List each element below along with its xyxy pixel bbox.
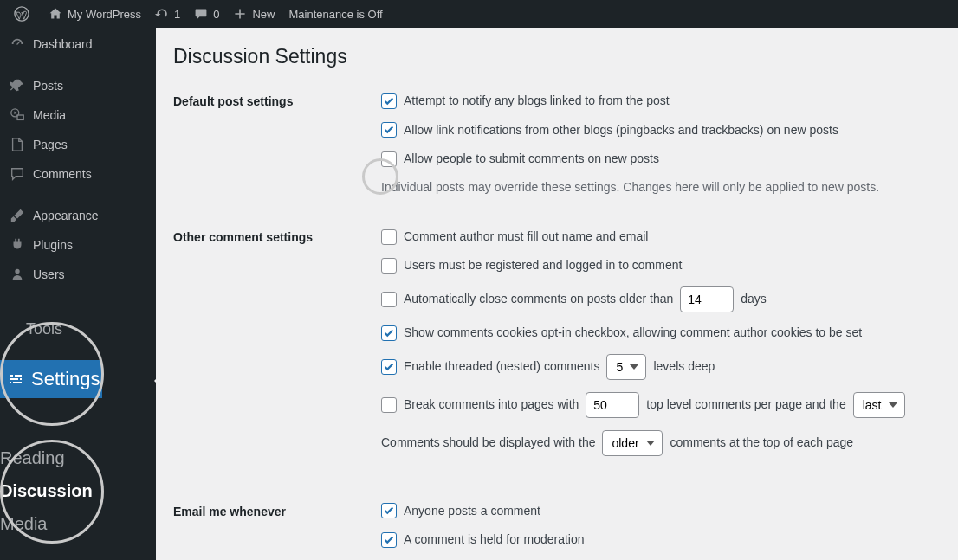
sidebar-item-label: Users bbox=[33, 267, 65, 281]
checkbox[interactable] bbox=[381, 229, 397, 245]
user-icon bbox=[9, 267, 26, 282]
sidebar-item-label: Dashboard bbox=[33, 37, 93, 51]
option-label: Show comments cookies opt-in checkbox, a… bbox=[404, 325, 862, 342]
checkbox[interactable] bbox=[381, 532, 397, 548]
option-label: Allow link notifications from other blog… bbox=[404, 122, 838, 139]
checkbox[interactable] bbox=[381, 258, 397, 274]
sidebar-item-dashboard[interactable]: Dashboard bbox=[0, 28, 156, 59]
comments-menu[interactable]: 0 bbox=[187, 0, 226, 28]
option-auto-close-comments[interactable]: Automatically close comments on posts ol… bbox=[381, 286, 941, 312]
new-content-menu[interactable]: New bbox=[226, 0, 282, 28]
checkbox[interactable] bbox=[381, 397, 397, 413]
option-cookies-optin[interactable]: Show comments cookies opt-in checkbox, a… bbox=[381, 325, 941, 342]
option-label-pre: Enable threaded (nested) comments bbox=[404, 358, 599, 376]
option-require-name-email[interactable]: Comment author must fill out name and em… bbox=[381, 229, 941, 246]
section-heading: Email me whenever bbox=[173, 503, 381, 518]
sidebar-item-media[interactable]: Media bbox=[0, 100, 156, 130]
comment-order-select[interactable]: older bbox=[602, 430, 663, 456]
option-notify-blogs[interactable]: Attempt to notify any blogs linked to fr… bbox=[381, 93, 941, 110]
section-heading: Other comment settings bbox=[173, 229, 381, 244]
sidebar-item-label: Comments bbox=[33, 167, 92, 181]
sidebar-item-pages[interactable]: Pages bbox=[0, 130, 156, 159]
plug-icon bbox=[9, 237, 26, 253]
submenu-item-media[interactable]: Media bbox=[0, 507, 93, 540]
option-require-registration[interactable]: Users must be registered and logged in t… bbox=[381, 257, 941, 274]
option-threaded-comments[interactable]: Enable threaded (nested) comments 5 leve… bbox=[381, 354, 941, 380]
checkbox[interactable] bbox=[381, 503, 397, 518]
sidebar-item-settings-magnified[interactable]: Settings bbox=[0, 360, 102, 398]
option-allow-pingbacks[interactable]: Allow link notifications from other blog… bbox=[381, 122, 941, 139]
section-default-post-settings: Default post settings Attempt to notify … bbox=[173, 93, 941, 194]
option-label: Comment author must fill out name and em… bbox=[404, 229, 648, 246]
brush-icon bbox=[9, 208, 26, 223]
option-label-pre: Break comments into pages with bbox=[404, 396, 579, 414]
sidebar-item-users[interactable]: Users bbox=[0, 260, 156, 289]
sidebar-item-label: Posts bbox=[33, 79, 63, 93]
sidebar-item-posts[interactable]: Posts bbox=[0, 71, 156, 100]
option-paginate-comments[interactable]: Break comments into pages with top level… bbox=[381, 392, 941, 418]
updates-count: 1 bbox=[174, 8, 180, 21]
close-comments-days-input[interactable] bbox=[680, 286, 734, 312]
sidebar-item-label: Settings bbox=[31, 368, 100, 390]
page-icon bbox=[9, 137, 26, 152]
site-name-menu[interactable]: My WordPress bbox=[42, 0, 148, 28]
page-title: Discussion Settings bbox=[173, 45, 941, 68]
sidebar-item-tools-magnified[interactable]: Tools bbox=[26, 320, 62, 338]
thread-depth-select[interactable]: 5 bbox=[606, 354, 646, 380]
option-label: Users must be registered and logged in t… bbox=[404, 257, 682, 274]
sidebar-item-appearance[interactable]: Appearance bbox=[0, 201, 156, 230]
pin-icon bbox=[9, 78, 26, 93]
comment-icon bbox=[9, 166, 26, 182]
option-label-post: levels deep bbox=[653, 358, 715, 376]
sidebar-item-comments[interactable]: Comments bbox=[0, 159, 156, 189]
main-content: Discussion Settings Default post setting… bbox=[156, 28, 958, 560]
default-page-select[interactable]: last bbox=[853, 392, 905, 418]
current-menu-pointer bbox=[147, 374, 161, 388]
comments-per-page-input[interactable] bbox=[586, 392, 639, 418]
svg-point-3 bbox=[15, 269, 19, 274]
home-icon bbox=[49, 7, 62, 21]
submenu-item-discussion[interactable]: Discussion bbox=[0, 474, 93, 507]
option-label: A comment is held for moderation bbox=[404, 531, 585, 549]
dashboard-icon bbox=[9, 36, 26, 52]
updates-menu[interactable]: 1 bbox=[148, 0, 187, 28]
new-label: New bbox=[252, 8, 275, 21]
checkbox[interactable] bbox=[381, 359, 397, 375]
option-email-on-moderation[interactable]: A comment is held for moderation bbox=[381, 531, 941, 549]
option-allow-comments[interactable]: Allow people to submit comments on new p… bbox=[381, 151, 941, 168]
plus-icon bbox=[233, 7, 247, 21]
admin-bar: My WordPress 1 0 New Maintenance is Off bbox=[0, 0, 958, 28]
submenu-item-reading[interactable]: Reading bbox=[0, 441, 93, 474]
option-label: Allow people to submit comments on new p… bbox=[404, 151, 659, 168]
option-label-post: comments at the top of each page bbox=[670, 434, 853, 452]
sidebar-item-plugins[interactable]: Plugins bbox=[0, 230, 156, 260]
sidebar-item-label: Pages bbox=[33, 138, 68, 151]
checkbox[interactable] bbox=[381, 122, 397, 138]
sidebar-item-label: Media bbox=[33, 108, 66, 122]
settings-submenu-magnified: Reading Discussion Media bbox=[0, 441, 93, 540]
option-comment-order[interactable]: Comments should be displayed with the ol… bbox=[381, 430, 941, 456]
comment-bubble-icon bbox=[194, 7, 208, 21]
site-name-label: My WordPress bbox=[68, 8, 141, 21]
sliders-icon bbox=[7, 370, 24, 388]
option-label-post: days bbox=[741, 291, 767, 308]
wordpress-logo-menu[interactable] bbox=[7, 0, 42, 28]
checkbox[interactable] bbox=[381, 292, 397, 307]
checkbox[interactable] bbox=[381, 93, 397, 109]
sidebar-item-label: Appearance bbox=[33, 209, 99, 222]
checkbox[interactable] bbox=[381, 325, 397, 341]
option-label: Attempt to notify any blogs linked to fr… bbox=[404, 93, 670, 110]
option-email-on-comment[interactable]: Anyone posts a comment bbox=[381, 503, 941, 520]
section-email-me-whenever: Email me whenever Anyone posts a comment… bbox=[173, 503, 941, 560]
option-label-mid: top level comments per page and the bbox=[646, 396, 845, 414]
comments-count: 0 bbox=[213, 8, 219, 21]
section-note: Individual posts may override these sett… bbox=[381, 180, 941, 194]
section-other-comment-settings: Other comment settings Comment author mu… bbox=[173, 229, 941, 468]
sidebar-item-label: Plugins bbox=[33, 238, 73, 252]
maintenance-menu[interactable]: Maintenance is Off bbox=[282, 0, 389, 28]
checkbox[interactable] bbox=[381, 151, 397, 167]
section-heading: Default post settings bbox=[173, 93, 381, 108]
option-label-pre: Comments should be displayed with the bbox=[381, 434, 595, 452]
option-label: Anyone posts a comment bbox=[404, 503, 540, 520]
update-icon bbox=[155, 7, 169, 21]
